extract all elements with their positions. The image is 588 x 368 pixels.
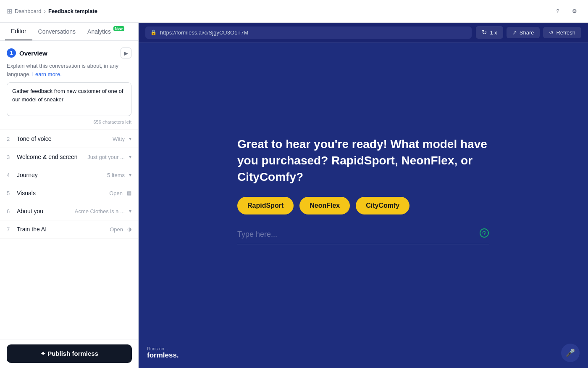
row-label: Visuals — [17, 190, 105, 196]
breadcrumb: ⊞ Dashboard › Feedback template — [7, 7, 551, 15]
refresh-icon: ↺ — [549, 29, 554, 36]
top-bar-actions: ? ⚙ — [551, 5, 581, 18]
choice-button-neonflex[interactable]: NeonFlex — [299, 197, 350, 214]
row-value: Witty — [113, 136, 125, 142]
settings-button[interactable]: ⚙ — [568, 5, 581, 18]
overview-play-button[interactable]: ▶ — [121, 48, 131, 58]
row-value: 5 items — [107, 172, 125, 178]
breadcrumb-dashboard[interactable]: Dashboard — [15, 8, 42, 14]
tab-conversations[interactable]: Conversations — [32, 23, 82, 40]
publish-bar: ✦ Publish formless — [0, 339, 139, 368]
overview-number: 1 — [7, 48, 16, 58]
url-bar: 🔒 https://formless.ai/c/SjgyCU3O1T7M — [145, 26, 472, 39]
row-label: Train the AI — [17, 226, 105, 233]
loop-count-label: 1 x — [490, 29, 497, 36]
row-label: Tone of voice — [17, 135, 108, 142]
runs-on-brand: formless. — [147, 351, 179, 360]
section-row-tone-of-voice[interactable]: 2 Tone of voice Witty ▾ — [0, 130, 138, 148]
share-button[interactable]: ↗ Share — [507, 27, 540, 38]
breadcrumb-separator: › — [44, 8, 46, 14]
row-number: 3 — [7, 154, 13, 160]
tabs-bar: Editor Conversations Analytics New — [0, 23, 138, 41]
section-row-about-you[interactable]: 6 About you Acme Clothes is a ... ▾ — [0, 202, 138, 220]
share-icon: ↗ — [512, 29, 517, 36]
row-number: 2 — [7, 136, 13, 142]
mic-button[interactable]: 🎤 — [561, 344, 580, 362]
runs-on: Runs on... formless. — [147, 346, 179, 360]
char-count: 656 characters left — [7, 119, 131, 124]
overview-section: 1 Overview ▶ Explain what this conversat… — [0, 41, 138, 130]
row-value: Open — [109, 190, 123, 196]
row-label: About you — [17, 208, 71, 214]
row-label: Welcome & end screen — [17, 154, 83, 160]
loop-icon: ↻ — [482, 29, 487, 36]
url-text[interactable]: https://formless.ai/c/SjgyCU3O1T7M — [160, 29, 248, 36]
row-value: Just got your ... — [87, 154, 125, 160]
grid-icon: ⊞ — [7, 7, 12, 15]
overview-title-row: 1 Overview — [7, 48, 47, 58]
refresh-button[interactable]: ↺ Refresh — [543, 27, 581, 38]
section-row-visuals[interactable]: 5 Visuals Open ▤ — [0, 184, 138, 202]
loop-button[interactable]: ↻ 1 x — [476, 26, 503, 39]
row-number: 5 — [7, 190, 13, 196]
type-input-row — [237, 228, 489, 244]
row-number: 4 — [7, 172, 13, 178]
row-value: Acme Clothes is a ... — [75, 208, 125, 214]
choice-buttons: RapidSportNeonFlexCityComfy — [237, 197, 489, 214]
section-row-train-the-ai[interactable]: 7 Train the AI Open ◑ — [0, 220, 138, 238]
choice-button-rapidsport[interactable]: RapidSport — [237, 197, 294, 214]
lock-icon: 🔒 — [150, 29, 157, 35]
row-chevron-icon: ▾ — [129, 136, 131, 142]
section-row-welcome-&-end-screen[interactable]: 3 Welcome & end screen Just got your ...… — [0, 148, 138, 166]
row-label: Journey — [17, 172, 103, 178]
row-number: 6 — [7, 208, 13, 214]
main-layout: Editor Conversations Analytics New 1 Ove… — [0, 23, 588, 368]
preview-content: Great to hear you're ready! What model h… — [139, 42, 588, 338]
row-number: 7 — [7, 226, 13, 233]
overview-description: Explain what this conversation is about,… — [7, 62, 131, 78]
right-panel: 🔒 https://formless.ai/c/SjgyCU3O1T7M ↻ 1… — [139, 23, 588, 368]
overview-textarea[interactable]: Gather feedback from new customer of one… — [7, 82, 131, 116]
row-chevron-icon: ▾ — [129, 208, 131, 214]
learn-more-link[interactable]: Learn more. — [32, 71, 62, 77]
overview-title: Overview — [19, 50, 47, 57]
row-chevron-icon: ▾ — [129, 172, 131, 178]
type-input[interactable] — [237, 230, 479, 239]
play-icon: ▶ — [124, 50, 128, 56]
chat-message: Great to hear you're ready! What model h… — [237, 136, 489, 215]
choice-button-citycomfy[interactable]: CityComfy — [356, 197, 410, 214]
chat-text: Great to hear you're ready! What model h… — [237, 136, 489, 185]
overview-header: 1 Overview ▶ — [7, 48, 131, 58]
preview-bottom: Runs on... formless. 🎤 — [139, 338, 588, 368]
mic-icon: 🎤 — [566, 348, 575, 357]
publish-button[interactable]: ✦ Publish formless — [7, 344, 132, 363]
tab-analytics[interactable]: Analytics New — [81, 23, 124, 40]
row-chevron-icon: ▤ — [127, 190, 131, 196]
browser-actions: ↻ 1 x ↗ Share ↺ Refresh — [476, 26, 581, 39]
left-panel: Editor Conversations Analytics New 1 Ove… — [0, 23, 139, 368]
browser-bar: 🔒 https://formless.ai/c/SjgyCU3O1T7M ↻ 1… — [139, 23, 588, 42]
sidebar-content: 1 Overview ▶ Explain what this conversat… — [0, 41, 138, 368]
row-chevron-icon: ◑ — [127, 226, 131, 232]
tab-editor[interactable]: Editor — [5, 23, 32, 40]
runs-on-label: Runs on... — [147, 346, 179, 351]
section-row-journey[interactable]: 4 Journey 5 items ▾ — [0, 166, 138, 184]
row-value: Open — [110, 226, 123, 233]
top-bar: ⊞ Dashboard › Feedback template ? ⚙ — [0, 0, 588, 23]
row-chevron-icon: ▾ — [129, 154, 131, 160]
grammarly-icon — [479, 228, 489, 241]
breadcrumb-current: Feedback template — [48, 8, 97, 14]
analytics-badge: New — [113, 26, 125, 31]
section-rows: 2 Tone of voice Witty ▾ 3 Welcome & end … — [0, 130, 138, 238]
help-button[interactable]: ? — [551, 5, 564, 18]
